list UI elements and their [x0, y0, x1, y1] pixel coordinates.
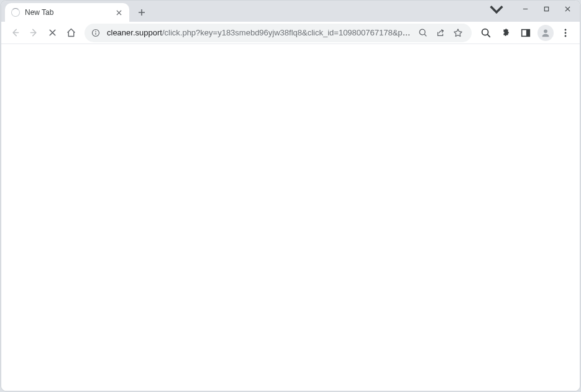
svg-point-3 — [419, 29, 425, 35]
puzzle-icon — [500, 27, 511, 39]
site-info-button[interactable] — [91, 28, 101, 38]
close-window-button[interactable] — [557, 1, 578, 16]
arrow-left-icon — [10, 27, 21, 38]
search-button[interactable] — [477, 24, 495, 42]
svg-rect-6 — [526, 29, 529, 36]
profile-button[interactable] — [536, 24, 555, 42]
url-path: /click.php?key=y183smebd96yjw38flq8&clic… — [162, 28, 412, 37]
url-text: cleaner.support/click.php?key=y183smebd9… — [107, 28, 412, 37]
maximize-icon — [543, 6, 550, 12]
person-icon — [540, 27, 551, 39]
omnibox-actions — [416, 25, 465, 40]
loading-spinner-icon — [11, 8, 20, 17]
window-controls — [515, 1, 578, 16]
svg-point-10 — [565, 35, 567, 37]
tab-title: New Tab — [25, 8, 113, 17]
tab-strip: New Tab — [1, 1, 580, 22]
page-content — [1, 44, 580, 391]
forward-button[interactable] — [25, 24, 42, 42]
sidepanel-icon — [520, 27, 531, 39]
new-tab-button[interactable] — [133, 4, 150, 21]
star-icon — [453, 28, 463, 38]
info-icon — [91, 29, 100, 37]
plus-icon — [137, 8, 146, 17]
close-icon — [116, 10, 122, 16]
menu-button[interactable] — [556, 24, 575, 42]
bookmark-button[interactable] — [451, 25, 465, 40]
address-bar[interactable]: cleaner.support/click.php?key=y183smebd9… — [85, 24, 472, 42]
zoom-button[interactable] — [416, 25, 431, 40]
home-button[interactable] — [62, 24, 80, 42]
svg-point-8 — [565, 29, 567, 30]
extensions-button[interactable] — [496, 24, 515, 42]
toolbar-actions — [477, 24, 575, 42]
zoom-icon — [418, 28, 428, 38]
stop-button[interactable] — [43, 24, 61, 42]
minimize-button[interactable] — [515, 1, 536, 16]
maximize-button[interactable] — [536, 1, 557, 16]
avatar — [538, 25, 554, 41]
svg-point-7 — [544, 29, 547, 33]
svg-point-2 — [95, 30, 96, 32]
share-icon — [436, 28, 446, 38]
browser-tab[interactable]: New Tab — [5, 3, 129, 22]
arrow-right-icon — [29, 27, 39, 38]
svg-rect-0 — [544, 7, 548, 11]
close-icon — [564, 6, 571, 12]
back-button[interactable] — [6, 24, 24, 42]
close-tab-button[interactable] — [113, 7, 124, 18]
more-vert-icon — [560, 27, 571, 39]
sidepanel-button[interactable] — [516, 24, 535, 42]
share-button[interactable] — [433, 25, 448, 40]
chevron-down-icon — [488, 1, 505, 18]
minimize-icon — [522, 6, 529, 12]
home-icon — [66, 27, 76, 38]
close-icon — [47, 27, 58, 38]
url-host: cleaner.support — [107, 28, 162, 37]
toolbar: cleaner.support/click.php?key=y183smebd9… — [1, 22, 580, 44]
search-icon — [480, 27, 492, 39]
tab-search-button[interactable] — [488, 2, 505, 17]
svg-point-9 — [565, 32, 567, 34]
